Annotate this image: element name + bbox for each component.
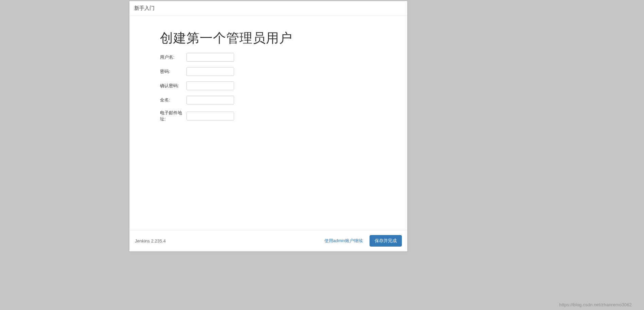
email-input[interactable] <box>186 112 234 120</box>
password-label: 密码: <box>160 69 186 75</box>
page-title: 创建第一个管理员用户 <box>160 30 377 47</box>
fullname-input[interactable] <box>186 96 234 104</box>
fullname-label: 全名: <box>160 97 186 103</box>
modal-title: 新手入门 <box>134 5 155 11</box>
version-label: Jenkins 2.235.4 <box>135 238 166 244</box>
form-row-password: 密码: <box>160 67 377 76</box>
modal-body: 创建第一个管理员用户 用户名: 密码: 确认密码: 全名: 电子邮件地址: <box>129 16 407 230</box>
username-input[interactable] <box>186 53 234 62</box>
form-row-fullname: 全名: <box>160 96 377 104</box>
modal-header: 新手入门 <box>129 1 407 16</box>
watermark-text: https://blog.csdn.net/zhanremo3062 <box>559 302 632 307</box>
modal-footer: Jenkins 2.235.4 使用admin账户继续 保存并完成 <box>129 230 407 251</box>
setup-wizard-modal: 新手入门 创建第一个管理员用户 用户名: 密码: 确认密码: 全名: 电子邮件地… <box>129 1 408 252</box>
confirm-password-input[interactable] <box>186 81 234 90</box>
save-and-finish-button[interactable]: 保存并完成 <box>370 235 402 247</box>
footer-actions: 使用admin账户继续 保存并完成 <box>323 235 402 247</box>
form-row-confirm-password: 确认密码: <box>160 81 377 90</box>
username-label: 用户名: <box>160 54 186 60</box>
email-label: 电子邮件地址: <box>160 110 186 122</box>
continue-as-admin-button[interactable]: 使用admin账户继续 <box>323 236 364 246</box>
confirm-password-label: 确认密码: <box>160 83 186 89</box>
form-row-email: 电子邮件地址: <box>160 110 377 122</box>
password-input[interactable] <box>186 67 234 76</box>
form-row-username: 用户名: <box>160 53 377 62</box>
